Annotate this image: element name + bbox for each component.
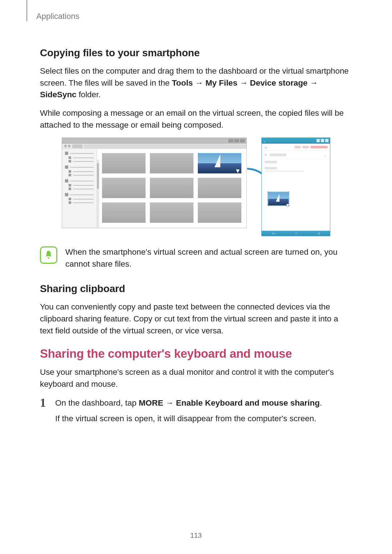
paragraph-copy-path: Select files on the computer and drag th… (40, 65, 352, 101)
thumbnail (102, 202, 146, 223)
chevron-down-icon: ⌄ (263, 139, 266, 143)
arrow-icon: → (307, 78, 318, 87)
step-1: 1 On the dashboard, tap MORE → Enable Ke… (40, 397, 352, 429)
window-titlebar (62, 138, 246, 144)
illustration: ⌄ ← ⌄ ▭○◁ (40, 138, 352, 237)
step-number: 1 (40, 397, 49, 429)
heading-copying-files: Copying files to your smartphone (40, 47, 352, 59)
virtual-phone-window: ⌄ ← ⌄ ▭○◁ (261, 138, 330, 236)
arrow-icon: → (163, 398, 176, 407)
scrollbar (97, 160, 99, 228)
paragraph-share-intro: Use your smartphone's screen as a dual m… (40, 366, 352, 390)
heading-sharing-keyboard-mouse: Sharing the computer's keyboard and mous… (40, 347, 352, 361)
back-icon: ← (264, 145, 269, 150)
window-min-icon (317, 139, 320, 142)
paragraph-copy-attach: While composing a message or an email on… (40, 107, 352, 131)
paragraph-clipboard: You can conveniently copy and paste text… (40, 301, 352, 337)
thumbnail (150, 202, 193, 223)
path-myfiles: My Files (205, 78, 237, 87)
cursor-icon (236, 168, 241, 173)
header-tab-mark (26, 0, 27, 21)
text: On the dashboard, tap (55, 398, 139, 407)
step-1-line-1: On the dashboard, tap MORE → Enable Keyb… (55, 397, 322, 409)
page: Applications Copying files to your smart… (0, 0, 392, 554)
thumbnail (198, 202, 241, 223)
window-close-icon (240, 139, 245, 143)
desktop-window (62, 138, 247, 228)
window-min-icon (228, 139, 233, 143)
note-callout: When the smartphone's virtual screen and… (40, 246, 352, 270)
note-bell-icon (40, 246, 57, 264)
header-section-label: Applications (36, 12, 79, 21)
file-tree-sidebar (62, 149, 97, 228)
path-tools: Tools (172, 78, 193, 87)
thumbnail (102, 153, 146, 173)
chevron-down-icon: ⌄ (324, 153, 327, 158)
phone-titlebar: ⌄ (262, 138, 330, 144)
browser-tabbar (62, 144, 246, 149)
thumbnail (102, 178, 146, 198)
thumbnail (150, 153, 193, 173)
compose-header: ← (262, 144, 330, 151)
compose-to-field: ⌄ (262, 151, 330, 159)
thumbnail (150, 178, 193, 198)
label-enable-sharing: Enable Keyboard and mouse sharing (176, 398, 320, 407)
thumbnail-selected (198, 153, 241, 173)
path-sidesync: SideSync (40, 90, 77, 99)
cursor-icon (286, 203, 290, 207)
recent-icon: ▭ (272, 231, 275, 235)
heading-sharing-clipboard: Sharing clipboard (40, 283, 352, 295)
window-max-icon (234, 139, 239, 143)
page-number: 113 (0, 532, 392, 539)
content: Copying files to your smartphone Select … (40, 47, 352, 428)
text: folder. (77, 90, 101, 99)
compose-from-field (262, 159, 330, 165)
home-icon: ○ (295, 231, 297, 235)
back-icon: ◁ (317, 231, 320, 235)
phone-navbar: ▭○◁ (262, 231, 330, 236)
thumbnail (198, 178, 241, 198)
arrow-icon: → (237, 78, 250, 87)
step-1-line-2: If the virtual screen is open, it will d… (55, 413, 322, 425)
text: . (320, 398, 322, 407)
window-close-icon (325, 139, 328, 142)
arrow-icon: → (193, 78, 205, 87)
thumbnail-grid (97, 149, 246, 228)
path-device-storage: Device storage (250, 78, 308, 87)
note-text: When the smartphone's virtual screen and… (65, 246, 352, 270)
dropped-attachment (268, 192, 289, 205)
window-max-icon (321, 139, 324, 142)
label-more: MORE (139, 398, 163, 407)
compose-subject-field (262, 165, 330, 172)
